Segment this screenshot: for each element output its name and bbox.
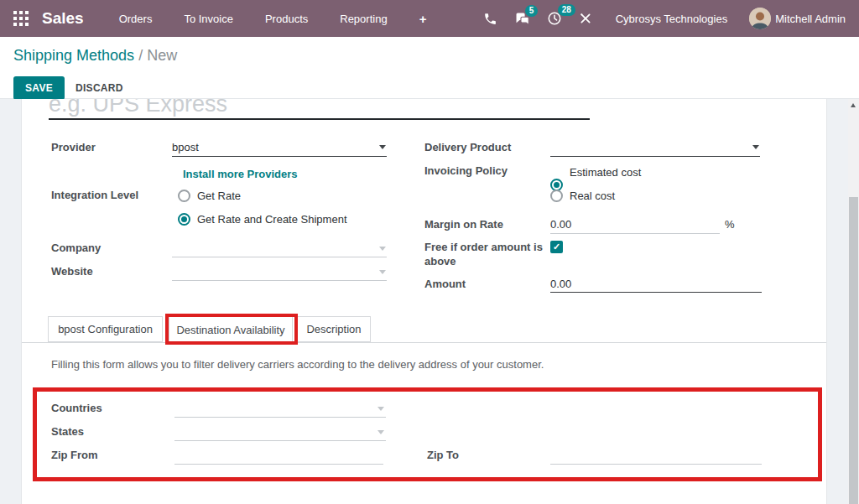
phone-icon[interactable] — [483, 12, 497, 26]
scroll-up-arrow[interactable] — [851, 103, 856, 107]
tab-description[interactable]: Description — [297, 316, 371, 342]
amount-label: Amount — [424, 278, 466, 290]
activities-badge: 28 — [558, 4, 575, 16]
form-sheet: e.g. UPS Express Provider bpost Install … — [21, 99, 827, 504]
company-underline — [172, 257, 387, 257]
vertical-scrollbar[interactable] — [848, 99, 859, 504]
amount-field[interactable]: 0.00 — [550, 278, 571, 290]
menu-item-reporting[interactable]: Reporting — [340, 13, 387, 25]
chevron-down-icon[interactable] — [377, 407, 384, 411]
states-label: States — [51, 425, 84, 438]
menu-item-orders[interactable]: Orders — [119, 13, 153, 25]
chat-icon[interactable]: 5 — [514, 12, 530, 26]
radio-get-rate-create-shipment[interactable] — [178, 213, 190, 226]
provider-underline — [172, 156, 387, 157]
install-more-providers-link[interactable]: Install more Providers — [183, 168, 298, 180]
chevron-down-icon[interactable] — [379, 247, 386, 251]
messages-badge: 5 — [525, 5, 539, 17]
destination-note: Filling this form allows you to filter d… — [51, 358, 544, 371]
chevron-down-icon[interactable] — [752, 145, 759, 149]
zip-from-label: Zip From — [51, 449, 98, 461]
apps-grid-icon[interactable] — [13, 11, 29, 26]
shipping-method-name-input[interactable]: e.g. UPS Express — [49, 99, 227, 117]
clock-icon[interactable]: 28 — [547, 11, 562, 26]
radio-real-cost-label[interactable]: Real cost — [570, 190, 615, 202]
radio-estimated-cost-label[interactable]: Estimated cost — [570, 166, 641, 179]
provider-label: Provider — [51, 141, 96, 153]
margin-on-rate-field[interactable]: 0.00 — [550, 218, 571, 231]
breadcrumb-separator: / — [138, 47, 143, 64]
delivery-product-label: Delivery Product — [424, 141, 511, 153]
breadcrumb-current: New — [147, 47, 177, 64]
annotation-box-destination-fields — [33, 387, 822, 481]
app-name[interactable]: Sales — [42, 9, 84, 28]
form-view: e.g. UPS Express Provider bpost Install … — [0, 99, 859, 504]
amount-underline — [550, 292, 762, 293]
plus-menu-button[interactable]: + — [419, 12, 427, 26]
discard-button[interactable]: DISCARD — [70, 81, 128, 95]
margin-on-rate-label: Margin on Rate — [424, 218, 503, 231]
tabbar-border — [22, 342, 827, 343]
control-panel: Shipping Methods / New SAVE DISCARD — [0, 37, 859, 99]
tab-destination-availability[interactable]: Destination Availability — [169, 316, 293, 343]
states-underline — [174, 440, 386, 441]
menu-item-products[interactable]: Products — [265, 13, 308, 25]
countries-underline — [174, 417, 386, 418]
user-menu[interactable]: Mitchell Admin — [749, 8, 846, 29]
delivery-product-underline — [550, 156, 760, 157]
tools-icon[interactable] — [579, 12, 592, 25]
margin-underline — [550, 233, 720, 234]
radio-get-rate-create-shipment-label[interactable]: Get Rate and Create Shipment — [197, 213, 347, 226]
company-label: Company — [51, 242, 101, 254]
zip-to-label: Zip To — [427, 449, 459, 461]
integration-level-label: Integration Level — [51, 189, 138, 201]
radio-get-rate-label[interactable]: Get Rate — [197, 190, 241, 202]
website-underline — [172, 280, 387, 281]
percent-suffix: % — [725, 218, 735, 231]
chevron-down-icon[interactable] — [377, 430, 384, 434]
menu-item-to-invoice[interactable]: To Invoice — [184, 13, 233, 25]
user-name: Mitchell Admin — [775, 13, 846, 25]
tab-bpost-configuration[interactable]: bpost Configuration — [48, 316, 163, 342]
invoicing-policy-label: Invoicing Policy — [424, 164, 508, 177]
zip-to-underline — [550, 464, 762, 465]
website-label: Website — [51, 265, 93, 278]
zip-from-underline — [174, 464, 383, 465]
save-button[interactable]: SAVE — [13, 76, 65, 100]
breadcrumb-shipping-methods[interactable]: Shipping Methods — [13, 47, 134, 64]
free-over-checkbox[interactable]: ✓ — [550, 241, 563, 253]
provider-field[interactable]: bpost — [172, 141, 199, 153]
scrollbar-thumb[interactable] — [849, 197, 858, 504]
countries-label: Countries — [51, 402, 102, 414]
radio-real-cost[interactable] — [550, 190, 563, 202]
title-underline — [49, 118, 590, 120]
free-over-label: Free if order amount is above — [424, 240, 557, 268]
breadcrumb: Shipping Methods / New — [13, 47, 177, 65]
chevron-down-icon[interactable] — [379, 145, 386, 149]
radio-get-rate[interactable] — [178, 190, 190, 202]
top-navbar: Sales Orders To Invoice Products Reporti… — [0, 0, 859, 37]
chevron-down-icon[interactable] — [379, 270, 386, 274]
company-switcher[interactable]: Cybrosys Technologies — [616, 13, 727, 25]
main-menu: Orders To Invoice Products Reporting — [119, 13, 388, 25]
avatar — [749, 8, 771, 29]
